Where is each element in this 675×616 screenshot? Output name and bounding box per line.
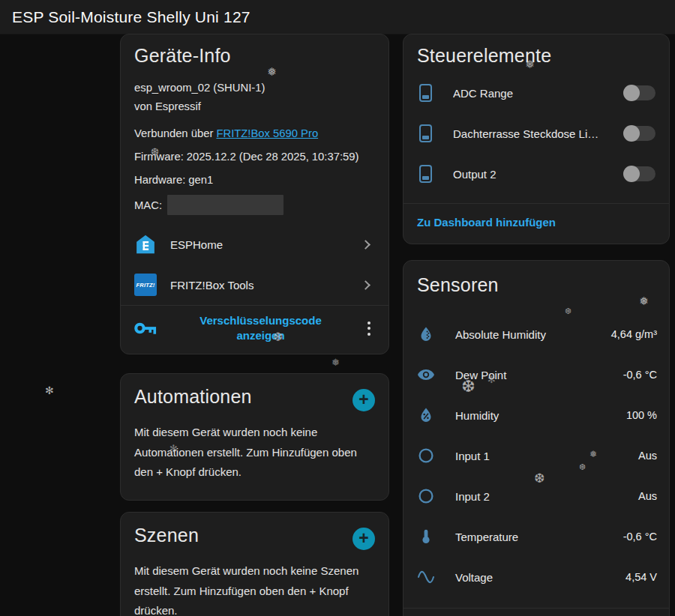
sensor-label: Input 1 xyxy=(455,450,638,462)
controls-card: Steuerelemente ADC Range Dachterrasse St… xyxy=(403,34,670,244)
device-manufacturer: von Espressif xyxy=(134,100,375,112)
circle-outline-icon xyxy=(417,487,435,505)
sensor-label: Voltage xyxy=(455,571,626,584)
esphome-link-row[interactable]: ESPHome xyxy=(134,224,375,265)
sensor-label: Humidity xyxy=(455,409,626,422)
sensor-row-input-2[interactable]: Input 2 Aus xyxy=(416,476,657,516)
chevron-right-icon xyxy=(361,240,370,250)
sensor-value: Aus xyxy=(638,490,657,502)
mac-redacted-value xyxy=(167,195,284,215)
sensor-value: 4,54 V xyxy=(626,571,657,583)
key-icon xyxy=(134,320,158,336)
fritzbox-tools-link-label: FRITZ!Box Tools xyxy=(170,279,362,292)
eye-icon xyxy=(417,366,435,384)
mac-label: MAC: xyxy=(134,199,162,211)
sensor-row-input-1[interactable]: Input 1 Aus xyxy=(416,435,657,476)
device-info-card: Geräte-Info esp_wroom_02 (SHUNI-1) von E… xyxy=(120,34,389,354)
sensors-card: Sensoren Absolute Humidity 4,64 g/m³ xyxy=(403,260,670,616)
sensors-title: Sensoren xyxy=(417,274,657,296)
firmware-line: Firmware: 2025.12.2 (Dec 28 2025, 10:37:… xyxy=(134,151,375,163)
add-scene-button[interactable]: + xyxy=(352,528,375,550)
connected-via-label: Verbunden über xyxy=(134,127,216,139)
device-page: ESP Soil-Moisture Shelly Uni 127 Geräte-… xyxy=(0,0,675,616)
sensor-label: Absolute Humidity xyxy=(455,328,611,341)
output-2-toggle[interactable] xyxy=(624,166,656,181)
scenes-card: Szenen + Mit diesem Gerät wurden noch ke… xyxy=(120,512,389,616)
automations-title: Automationen xyxy=(134,386,252,408)
sensor-value: Aus xyxy=(638,450,657,462)
switch-device-icon xyxy=(419,84,432,102)
app-header: ESP Soil-Moisture Shelly Uni 127 xyxy=(0,0,675,34)
page-title: ESP Soil-Moisture Shelly Uni 127 xyxy=(12,8,250,26)
control-row-output-2: Output 2 xyxy=(417,154,656,194)
show-encryption-key-button[interactable]: Verschlüsselungscode anzeigen xyxy=(175,313,347,344)
fritzbox-logo-icon: FRITZ! xyxy=(134,274,157,296)
add-to-dashboard-link[interactable]: Zu Dashboard hinzufügen xyxy=(417,204,656,229)
sensor-row-humidity[interactable]: Humidity 100 % xyxy=(416,395,657,435)
scenes-title: Szenen xyxy=(134,525,199,546)
sensor-label: Input 2 xyxy=(455,490,638,503)
sensor-row-dew-point[interactable]: Dew Point -0,6 °C xyxy=(416,354,657,395)
snowflake-icon: ✻ xyxy=(45,385,54,396)
sensor-row-absolute-humidity[interactable]: Absolute Humidity 4,64 g/m³ xyxy=(416,314,657,354)
control-row-adc-range: ADC Range xyxy=(417,73,656,113)
sensor-row-temperature[interactable]: Temperature -0,6 °C xyxy=(416,516,657,557)
water-drop-dotted-icon xyxy=(417,325,435,343)
device-model: esp_wroom_02 (SHUNI-1) xyxy=(134,82,375,94)
circle-outline-icon xyxy=(417,447,435,465)
switch-device-icon xyxy=(419,165,432,183)
card-divider xyxy=(404,608,669,609)
control-label: Output 2 xyxy=(453,168,616,181)
sensor-label: Dew Point xyxy=(455,369,623,381)
switch-device-icon xyxy=(419,124,432,142)
control-label: ADC Range xyxy=(453,87,616,100)
sensor-value: 100 % xyxy=(626,409,657,421)
automations-card: Automationen + Mit diesem Gerät wurden n… xyxy=(120,373,389,501)
connected-via-link[interactable]: FRITZ!Box 5690 Pro xyxy=(216,127,318,139)
dachterrasse-toggle[interactable] xyxy=(624,126,656,141)
mac-line: MAC: xyxy=(134,195,375,215)
hardware-line: Hardware: gen1 xyxy=(134,174,375,186)
esphome-house-icon xyxy=(134,233,157,256)
thermometer-icon xyxy=(417,528,435,546)
scenes-empty-text: Mit diesem Gerät wurden noch keine Szene… xyxy=(134,561,375,616)
esphome-link-label: ESPHome xyxy=(170,238,362,251)
adc-range-toggle[interactable] xyxy=(624,85,656,100)
water-percent-icon xyxy=(417,406,435,424)
controls-title: Steuerelemente xyxy=(417,45,656,67)
encryption-row: Verschlüsselungscode anzeigen xyxy=(134,306,375,351)
fritzbox-tools-link-row[interactable]: FRITZ! FRITZ!Box Tools xyxy=(134,265,375,305)
device-info-title: Geräte-Info xyxy=(134,45,375,67)
chevron-right-icon xyxy=(361,280,370,290)
more-options-icon[interactable] xyxy=(363,318,375,339)
sensor-value: -0,6 °C xyxy=(623,369,657,381)
automations-empty-text: Mit diesem Gerät wurden noch keine Autom… xyxy=(134,423,375,483)
snowflake-icon: ❅ xyxy=(332,357,340,367)
sensor-row-voltage[interactable]: Voltage 4,54 V xyxy=(416,557,657,597)
sensor-value: -0,6 °C xyxy=(623,531,657,543)
connected-via-line: Verbunden über FRITZ!Box 5690 Pro xyxy=(134,127,375,139)
control-label: Dachterrasse Steckdose Li… xyxy=(453,127,616,140)
add-automation-button[interactable]: + xyxy=(352,389,375,411)
sensor-value: 4,64 g/m³ xyxy=(611,328,657,340)
sensor-label: Temperature xyxy=(455,531,623,543)
control-row-dachterrasse: Dachterrasse Steckdose Li… xyxy=(417,113,656,154)
sine-wave-icon xyxy=(417,568,435,586)
